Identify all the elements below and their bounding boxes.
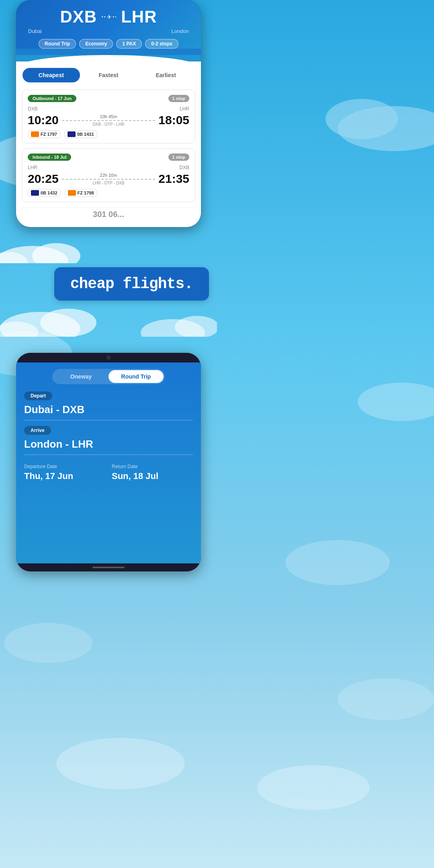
outbound-times: 10:20 10h 45m DXB - OTP - LHR 18:05 bbox=[28, 113, 189, 127]
inbound-depart: 20:25 bbox=[28, 172, 59, 186]
toggle-oneway[interactable]: Oneway bbox=[53, 370, 108, 383]
airline-code-4: FZ 1798 bbox=[78, 190, 94, 195]
outbound-depart: 10:20 bbox=[28, 113, 59, 127]
inbound-airlines: 0B 1432 FZ 1798 bbox=[28, 189, 189, 197]
outbound-to: LHR bbox=[180, 106, 189, 112]
phone-screen-bottom: Oneway Round Trip Depart Dubai - DXB Arr… bbox=[16, 362, 201, 563]
filter-tabs: Cheapest Fastest Earliest bbox=[16, 68, 201, 86]
departure-date-field[interactable]: Departure Date Thu, 17 Jun bbox=[24, 464, 105, 481]
svg-point-22 bbox=[175, 316, 217, 337]
outbound-card[interactable]: Outbound - 17 Jun 1 stop DXB LHR 10:20 1… bbox=[22, 90, 195, 143]
tab-earliest[interactable]: Earliest bbox=[137, 68, 194, 82]
dubai-logo-2 bbox=[68, 190, 76, 196]
blue-logo-2 bbox=[31, 190, 39, 196]
origin-code: DXB bbox=[60, 7, 97, 27]
inbound-times: 20:25 22h 10m LHR - OTP - DXB 21:35 bbox=[28, 172, 189, 186]
city-names-row: Dubai London bbox=[24, 28, 193, 34]
phone-notch bbox=[16, 353, 201, 362]
dates-row: Departure Date Thu, 17 Jun Return Date S… bbox=[24, 461, 193, 481]
return-date-label: Return Date bbox=[112, 464, 193, 469]
bottom-phone: Oneway Round Trip Depart Dubai - DXB Arr… bbox=[16, 353, 201, 571]
flight-header: DXB ✈ LHR Dubai London Round Tri bbox=[16, 0, 201, 49]
tag-economy: Economy bbox=[79, 39, 113, 49]
arrive-label: Arrive bbox=[24, 426, 51, 435]
airline-code-2: 0B 1431 bbox=[77, 132, 94, 137]
inbound-via: LHR - OTP - DXB bbox=[62, 181, 156, 185]
toggle-round-trip[interactable]: Round Trip bbox=[108, 370, 164, 383]
airline-chip-2: 0B 1431 bbox=[64, 130, 97, 138]
price-preview: 301 06... bbox=[22, 207, 195, 221]
inbound-arrive: 21:35 bbox=[158, 172, 189, 186]
inbound-header: Inbound - 18 Jul 1 stop bbox=[28, 154, 189, 161]
depart-section: Depart Dubai - DXB bbox=[24, 391, 193, 420]
dest-code: LHR bbox=[121, 7, 157, 27]
arrive-section: Arrive London - LHR bbox=[24, 426, 193, 455]
outbound-badge: Outbound - 17 Jun bbox=[28, 95, 76, 102]
dashed-line-out bbox=[62, 120, 156, 121]
outbound-stops: 1 stop bbox=[168, 95, 189, 102]
airline-chip-3: 0B 1432 bbox=[28, 189, 61, 197]
cheap-flights-box: cheap flights. bbox=[54, 267, 209, 301]
phone-screen-top: DXB ✈ LHR Dubai London Round Tri bbox=[16, 0, 201, 227]
outbound-from: DXB bbox=[28, 106, 38, 112]
tab-fastest[interactable]: Fastest bbox=[80, 68, 137, 82]
airline-code-1: FZ 1797 bbox=[41, 132, 57, 137]
airline-code-3: 0B 1432 bbox=[41, 190, 57, 195]
dashed-line-in bbox=[62, 179, 156, 180]
outbound-route: 10h 45m DXB - OTP - LHR bbox=[59, 114, 159, 127]
svg-point-19 bbox=[40, 309, 96, 337]
inbound-badge: Inbound - 18 Jul bbox=[28, 154, 71, 161]
airline-chip-4: FZ 1798 bbox=[65, 189, 97, 197]
tag-stops: 0-2 stops bbox=[145, 39, 178, 49]
return-date-field[interactable]: Return Date Sun, 18 Jul bbox=[112, 464, 193, 481]
outbound-via: DXB - OTP - LHR bbox=[62, 122, 156, 127]
inbound-from: LHR bbox=[28, 165, 37, 170]
outbound-duration: 10h 45m bbox=[62, 114, 156, 119]
tab-cheapest[interactable]: Cheapest bbox=[23, 68, 80, 82]
notch-dot bbox=[106, 356, 111, 360]
outbound-header: Outbound - 17 Jun 1 stop bbox=[28, 95, 189, 102]
departure-date-value: Thu, 17 Jun bbox=[24, 471, 105, 481]
inbound-stops: 1 stop bbox=[168, 154, 189, 161]
home-indicator bbox=[92, 567, 125, 568]
inbound-route: 22h 10m LHR - OTP - DXB bbox=[59, 173, 159, 185]
flight-tags: Round Trip Economy 1 PAX 0-2 stops bbox=[24, 39, 193, 49]
origin-city: Dubai bbox=[28, 28, 42, 34]
home-bar bbox=[16, 563, 201, 571]
trip-toggle: Oneway Round Trip bbox=[16, 362, 201, 387]
depart-field[interactable]: Dubai - DXB bbox=[24, 403, 193, 420]
outbound-airlines: FZ 1797 0B 1431 bbox=[28, 130, 189, 138]
return-date-value: Sun, 18 Jul bbox=[112, 471, 193, 481]
airline-chip-1: FZ 1797 bbox=[28, 130, 60, 138]
top-phone: DXB ✈ LHR Dubai London Round Tri bbox=[16, 0, 201, 227]
outbound-airports: DXB LHR bbox=[28, 106, 189, 112]
dubai-logo-1 bbox=[31, 131, 39, 137]
blue-logo-1 bbox=[68, 131, 76, 137]
inbound-to: DXB bbox=[179, 165, 189, 170]
inbound-airports: LHR DXB bbox=[28, 165, 189, 170]
arrive-field[interactable]: London - LHR bbox=[24, 438, 193, 455]
middle-section: cheap flights. bbox=[0, 227, 217, 345]
svg-point-16 bbox=[32, 243, 80, 263]
departure-date-label: Departure Date bbox=[24, 464, 105, 469]
tag-round-trip: Round Trip bbox=[39, 39, 76, 49]
toggle-container: Oneway Round Trip bbox=[52, 369, 165, 384]
search-form: Depart Dubai - DXB Arrive London - LHR D… bbox=[16, 387, 201, 489]
plane-icon: ✈ bbox=[102, 13, 116, 21]
cheap-flights-text: cheap flights. bbox=[70, 275, 193, 293]
flights-list: Outbound - 17 Jun 1 stop DXB LHR 10:20 1… bbox=[16, 86, 201, 227]
inbound-card[interactable]: Inbound - 18 Jul 1 stop LHR DXB 20:25 22… bbox=[22, 148, 195, 202]
depart-label: Depart bbox=[24, 391, 52, 400]
inbound-duration: 22h 10m bbox=[62, 173, 156, 178]
outbound-arrive: 18:05 bbox=[158, 113, 189, 127]
tag-pax: 1 PAX bbox=[116, 39, 142, 49]
dest-city: London bbox=[172, 28, 189, 34]
airports-row: DXB ✈ LHR bbox=[24, 7, 193, 27]
svg-text:✈: ✈ bbox=[107, 14, 112, 20]
